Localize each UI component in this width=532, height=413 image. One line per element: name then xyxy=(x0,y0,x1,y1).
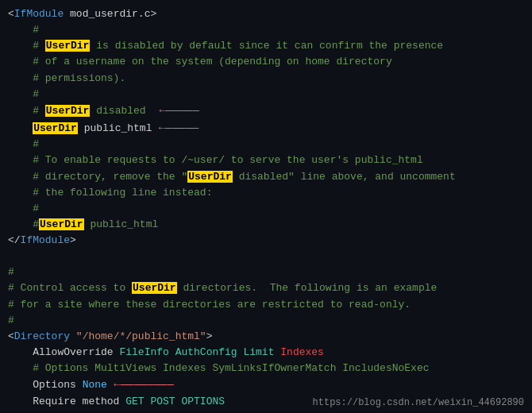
code-line: # xyxy=(8,264,524,280)
code-line: # xyxy=(8,201,524,217)
code-token: public_html xyxy=(78,122,152,134)
code-token xyxy=(8,122,33,134)
code-token: > xyxy=(150,8,156,20)
code-token: # xyxy=(8,24,39,36)
code-line: AllowOverride FileInfo AuthConfig Limit … xyxy=(8,345,524,361)
code-token: </ xyxy=(8,234,21,246)
code-token: # xyxy=(8,105,45,117)
code-line: # xyxy=(8,87,524,102)
code-token: # To enable requests to /~user/ to serve… xyxy=(8,154,423,166)
code-line: # Control access to UserDir directories.… xyxy=(8,280,524,296)
code-line: Options None ←———————— xyxy=(8,376,524,394)
url-label: https://blog.csdn.net/weixin_44692890 xyxy=(313,397,524,408)
code-token: ←———————— xyxy=(107,378,174,391)
code-block: <IfModule mod_userdir.c> # # UserDir is … xyxy=(0,0,532,413)
code-token: # xyxy=(8,315,14,326)
code-token: # Control access to xyxy=(8,282,132,294)
code-token: GET POST OPTIONS xyxy=(125,396,225,407)
highlighted-keyword: UserDir xyxy=(187,171,233,183)
code-line: # for a site where these directories are… xyxy=(8,297,524,313)
code-token: # xyxy=(8,88,39,100)
code-line: <Directory "/home/*/public_html"> xyxy=(8,329,524,345)
code-token: ←————— xyxy=(152,122,199,134)
code-line: # permissions). xyxy=(8,71,524,87)
code-token: < xyxy=(8,330,14,342)
code-token: # xyxy=(8,266,14,278)
code-token: FileInfo AuthConfig Limit xyxy=(119,346,274,358)
code-token: disabled xyxy=(90,105,145,117)
code-line: # To enable requests to /~user/ to serve… xyxy=(8,152,524,168)
code-token: > xyxy=(206,330,213,342)
highlighted-keyword: UserDir xyxy=(45,40,91,52)
code-line: # xyxy=(8,22,524,38)
code-token: IfModule xyxy=(14,8,64,20)
code-token: None xyxy=(83,379,107,391)
code-token: ←————— xyxy=(146,104,199,117)
code-line xyxy=(8,249,524,264)
code-line: # the following line instead: xyxy=(8,185,524,201)
code-line: # directory, remove the "UserDir disable… xyxy=(8,169,524,185)
code-token: < xyxy=(8,8,14,20)
code-token: AllowOverride xyxy=(8,346,119,358)
highlighted-keyword: UserDir xyxy=(33,122,78,134)
code-token: disabled" line above, and uncomment xyxy=(233,171,456,183)
code-token: # permissions). xyxy=(8,72,125,84)
code-line: # UserDir is disabled by default since i… xyxy=(8,38,524,54)
code-token: # Options MultiViews Indexes SymLinksIfO… xyxy=(8,362,430,374)
code-line: # of a username on the system (depending… xyxy=(8,54,524,70)
code-token: # xyxy=(8,218,39,230)
code-line: # xyxy=(8,313,524,329)
code-token: is disabled by default since it can conf… xyxy=(90,40,443,52)
highlighted-keyword: UserDir xyxy=(45,105,91,117)
code-line: </IfModule> xyxy=(8,233,524,249)
highlighted-keyword: UserDir xyxy=(39,218,84,230)
code-token: # xyxy=(8,40,45,52)
code-line: </Directory> xyxy=(8,410,524,413)
code-line: # Options MultiViews Indexes SymLinksIfO… xyxy=(8,361,524,376)
code-token: # directory, remove the " xyxy=(8,171,187,183)
highlighted-keyword: UserDir xyxy=(132,282,177,294)
code-token: Indexes xyxy=(274,346,323,358)
code-line: # UserDir disabled ←————— xyxy=(8,102,524,120)
code-token: Require method xyxy=(8,396,125,407)
code-token: Directory xyxy=(14,330,70,342)
code-token: > xyxy=(70,234,76,246)
code-token: IfModule xyxy=(21,234,70,246)
code-token: "/home/*/public_html" xyxy=(70,330,206,342)
code-line: #UserDir public_html xyxy=(8,217,524,233)
code-token: Options xyxy=(8,379,83,391)
code-token: # the following line instead: xyxy=(8,187,212,199)
code-line: # xyxy=(8,137,524,152)
code-line: UserDir public_html ←————— xyxy=(8,120,524,137)
code-token: mod_userdir.c xyxy=(64,8,150,20)
code-token: directories. The following is an example xyxy=(177,282,438,294)
code-token: # xyxy=(8,203,39,214)
code-token: # of a username on the system (depending… xyxy=(8,56,392,68)
code-token: # for a site where these directories are… xyxy=(8,299,411,311)
code-token: # xyxy=(8,138,39,150)
code-token: public_html xyxy=(84,218,159,230)
code-line: <IfModule mod_userdir.c> xyxy=(8,6,524,22)
